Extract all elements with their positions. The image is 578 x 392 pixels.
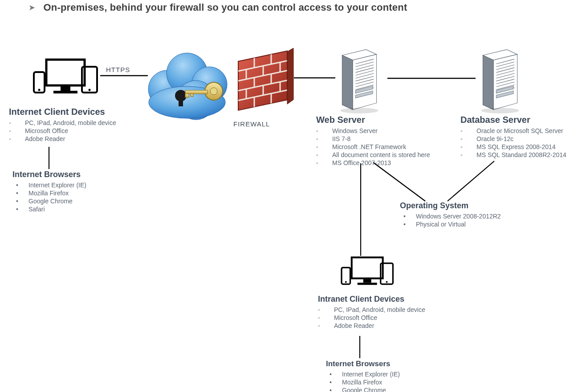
database-server-list: Oracle or Microsoft SQL Server Oracle 9i… <box>460 127 576 159</box>
svg-point-12 <box>38 89 41 91</box>
list-item: MS SQL Express 2008-2014 <box>460 143 576 151</box>
list-item: Physical or Virtual <box>400 220 525 228</box>
svg-rect-9 <box>61 86 70 91</box>
svg-point-14 <box>89 89 91 91</box>
list-item: All document content is stored here <box>316 151 454 159</box>
svg-rect-8 <box>46 60 85 85</box>
list-item: Google Chrome <box>326 386 442 392</box>
svg-rect-24 <box>185 90 208 94</box>
list-item: Windows Server <box>316 127 454 135</box>
web-server-heading: Web Server <box>316 115 454 125</box>
list-item: PC, IPad, Android, mobile device <box>9 119 142 127</box>
list-item: Windows Server 2008-2012R2 <box>400 212 525 220</box>
svg-marker-44 <box>287 48 293 104</box>
svg-point-23 <box>210 88 217 95</box>
database-server-block: Database Server Oracle or Microsoft SQL … <box>460 115 576 159</box>
list-item: Microsoft Office <box>9 127 142 135</box>
svg-point-68 <box>386 281 388 283</box>
svg-rect-25 <box>185 94 189 97</box>
list-item: MS Office 2007-2013 <box>316 159 454 167</box>
internet-browsers-bottom-list: Internet Explorer (IE) Mozilla Firefox G… <box>326 370 442 392</box>
list-item: Safari <box>12 205 128 213</box>
list-item: PC, IPad, Android, mobile device <box>318 306 456 314</box>
svg-line-6 <box>448 161 494 201</box>
database-server-heading: Database Server <box>460 115 576 125</box>
operating-system-heading: Operating System <box>400 201 525 210</box>
web-server-block: Web Server Windows Server IIS 7-8 Micros… <box>316 115 454 167</box>
operating-system-list: Windows Server 2008-2012R2 Physical or V… <box>400 212 525 228</box>
operating-system-block: Operating System Windows Server 2008-201… <box>400 201 525 228</box>
internet-client-heading: Internet Client Devices <box>9 107 142 117</box>
database-server-icon <box>476 47 525 113</box>
list-item: Internet Explorer (IE) <box>12 181 128 189</box>
intranet-devices-icon <box>336 255 394 289</box>
firewall-icon <box>234 44 296 120</box>
list-item: Mozilla Firefox <box>326 378 442 386</box>
intranet-client-heading: Intranet Client Devices <box>318 295 456 304</box>
client-devices-icon <box>27 57 98 98</box>
svg-point-66 <box>345 281 347 283</box>
internet-browsers-top-list: Internet Explorer (IE) Mozilla Firefox G… <box>12 181 128 213</box>
list-item: Oracle 9i-12c <box>460 135 576 143</box>
list-item: Adobe Reader <box>9 135 142 143</box>
list-item: Microsoft .NET Framework <box>316 143 454 151</box>
list-item: Mozilla Firefox <box>12 189 128 197</box>
https-label: HTTPS <box>106 66 130 73</box>
diagram-canvas: ➤ On-premises, behind your firewall so y… <box>0 0 578 392</box>
intranet-client-devices-block: Intranet Client Devices PC, IPad, Androi… <box>318 295 456 330</box>
list-item: Adobe Reader <box>318 322 456 330</box>
svg-rect-10 <box>53 91 77 93</box>
svg-rect-21 <box>179 98 183 106</box>
intranet-client-list: PC, IPad, Android, mobile device Microso… <box>318 306 456 330</box>
list-item: MS SQL Standard 2008R2-2014 <box>460 151 576 159</box>
list-item: Microsoft Office <box>318 314 456 322</box>
firewall-label: FIREWALL <box>233 120 270 128</box>
web-server-list: Windows Server IIS 7-8 Microsoft .NET Fr… <box>316 127 454 167</box>
svg-rect-62 <box>352 258 383 279</box>
svg-rect-63 <box>363 279 371 283</box>
svg-rect-27 <box>238 51 287 110</box>
svg-rect-26 <box>191 94 193 97</box>
internet-browsers-bottom-block: Internet Browsers Internet Explorer (IE)… <box>326 360 442 392</box>
internet-browsers-bottom-heading: Internet Browsers <box>326 360 442 368</box>
internet-browsers-top-block: Internet Browsers Internet Explorer (IE)… <box>12 170 128 213</box>
svg-rect-64 <box>358 283 377 285</box>
list-item: Google Chrome <box>12 197 128 205</box>
list-item: IIS 7-8 <box>316 135 454 143</box>
list-item: Oracle or Microsoft SQL Server <box>460 127 576 135</box>
internet-client-devices-block: Internet Client Devices PC, IPad, Androi… <box>9 107 142 143</box>
internet-browsers-top-heading: Internet Browsers <box>12 170 128 179</box>
internet-client-list: PC, IPad, Android, mobile device Microso… <box>9 119 142 143</box>
list-item: Internet Explorer (IE) <box>326 370 442 378</box>
cloud-lock-icon <box>142 42 236 127</box>
svg-line-5 <box>373 162 425 201</box>
web-server-icon <box>335 47 384 113</box>
